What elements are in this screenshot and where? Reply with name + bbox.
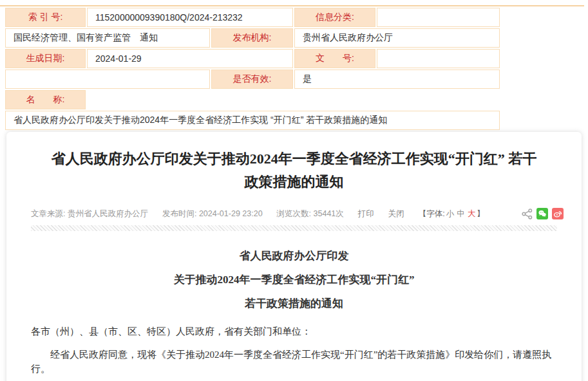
article-source: 文章来源: 贵州省人民政府办公厅 [31,209,148,219]
doc-number-label: 文 号: [294,49,375,68]
empty-cell [5,70,210,89]
print-button[interactable]: 打印 [358,209,374,219]
font-size-selector: 【字体:小中大】 [419,209,485,219]
font-size-suffix: 】 [477,209,485,218]
metadata-table: 索 引 号: 11520000009390180Q/2024-213232 信息… [5,8,501,130]
font-size-medium[interactable]: 中 [457,209,465,218]
is-valid-label: 是否有效: [211,70,293,89]
top-divider [0,5,584,6]
share-icon[interactable] [522,209,533,219]
font-size-large[interactable]: 大 [468,209,476,218]
view-count: 浏览次数: 35441次 [277,209,344,219]
doc-heading-line1: 省人民政府办公厅印发 [6,248,582,264]
doc-heading-line3: 若干政策措施的通知 [6,296,582,311]
publish-time: 发布时间: 2024-01-29 23:20 [162,209,263,219]
weibo-icon[interactable] [552,208,564,219]
body-paragraph: 经省人民政府同意，现将《关于推动2024年一季度全省经济工作实现“开门红”的若干… [31,348,557,376]
name-row-filler [87,90,500,109]
font-size-prefix: 【字体: [419,209,445,218]
page-title: 省人民政府办公厅印发关于推动2024年一季度全省经济工作实现“开门红” 若干政策… [46,147,542,194]
hatched-divider [31,225,557,231]
is-valid-value: 是 [294,70,500,89]
document-body: 省人民政府办公厅印发 关于推动2024年一季度全省经济工作实现“开门红” 若干政… [6,248,582,381]
index-number-value: 11520000009390180Q/2024-213232 [87,8,293,27]
wechat-icon[interactable] [536,208,548,219]
info-category-label: 信息分类: [294,8,375,27]
share-toolbar [522,208,564,219]
doc-number-value-empty [377,49,500,68]
doc-heading-line2: 关于推动2024年一季度全省经济工作实现“开门红” [6,272,582,288]
index-number-label: 索 引 号: [5,8,86,27]
name-value: 省人民政府办公厅印发关于推动2024年一季度全省经济工作实现 “开门红” 若干政… [5,111,500,130]
info-category-value-empty [377,8,500,27]
info-category-text: 国民经济管理、国有资产监管 通知 [5,28,210,48]
publish-agency-label: 发布机构: [211,28,293,48]
article-card: 省人民政府办公厅印发关于推动2024年一季度全省经济工作实现“开门红” 若干政策… [6,132,582,381]
font-size-small[interactable]: 小 [446,209,455,218]
salutation: 各市（州）、县（市、区、特区）人民政府，省有关部门和单位： [31,324,557,339]
article-info-bar: 文章来源: 贵州省人民政府办公厅 发布时间: 2024-01-29 23:20 … [31,208,564,219]
generate-date-value: 2024-01-29 [87,49,293,68]
name-label: 名 称: [5,90,86,109]
publish-agency-value: 贵州省人民政府办公厅 [294,28,500,48]
close-button[interactable]: 关闭 [388,209,404,219]
generate-date-label: 生成日期: [5,49,86,68]
